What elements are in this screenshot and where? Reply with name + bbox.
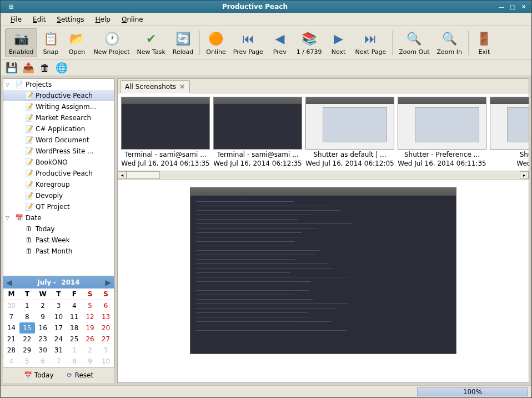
menu-file[interactable]: File [5,14,27,25]
cal-day[interactable]: 18 [67,322,82,334]
cal-day[interactable]: 14 [3,322,19,334]
toolbar-next[interactable]: ▶Next [326,29,352,57]
tree-item-project-2[interactable]: 📝Market Research [3,112,114,123]
toolbar-nextpage[interactable]: ⏭Next Page [352,29,390,57]
toolbar-online[interactable]: 🟠Online [203,29,229,57]
thumbnail-scrollbar[interactable]: ◂ ▸ [118,171,529,180]
tab-all-screenshots[interactable]: All Screenshots ✕ [120,80,190,93]
cal-day[interactable]: 11 [67,311,82,322]
thumbnail-0[interactable]: Terminal - sami@sami ...Wed Jul 16, 2014… [121,97,210,167]
tool-save[interactable]: 💾 [5,61,18,74]
tree-item-date-2[interactable]: 🗓Past Month [3,246,114,257]
cal-day[interactable]: 6 [35,356,51,367]
calendar-year[interactable]: 2014 [61,278,79,286]
cal-day[interactable]: 17 [51,322,66,334]
tree-item-project-6[interactable]: 📝BookONO [3,157,114,168]
toolbar-counter[interactable]: 📚1 / 6739 [293,29,325,57]
cal-day[interactable]: 6 [98,300,114,312]
cal-day[interactable]: 4 [67,300,82,312]
cal-day[interactable]: 4 [3,356,19,367]
cal-day[interactable]: 21 [3,334,19,345]
cal-day[interactable]: 22 [19,334,35,345]
cal-day[interactable]: 28 [3,345,19,356]
menu-edit[interactable]: Edit [27,14,51,25]
cal-day[interactable]: 2 [35,300,51,312]
tree-item-date-1[interactable]: 🗓Past Week [3,235,114,246]
cal-day[interactable]: 7 [51,356,66,367]
thumbnail-4[interactable]: Shutter -Wed Jul 16 [490,97,529,167]
cal-day[interactable]: 5 [19,356,35,367]
toolbar-zoomin[interactable]: 🔍Zoom In [433,29,465,57]
tree-item-project-7[interactable]: 📝Productive Peach [3,168,114,179]
cal-day[interactable]: 29 [19,345,35,356]
cal-day[interactable]: 20 [98,322,114,334]
tool-export[interactable]: 📤 [22,61,35,74]
maximize-icon[interactable]: ▢ [508,2,517,11]
cal-day[interactable]: 27 [98,334,114,345]
tree-toggle-icon[interactable]: ▽ [6,215,12,221]
tool-delete[interactable]: 🗑 [38,61,52,74]
scroll-left-icon[interactable]: ◂ [118,171,127,179]
tree-item-project-9[interactable]: 📝Devoply [3,190,114,201]
cal-day[interactable]: 13 [98,311,114,322]
cal-day[interactable]: 3 [51,300,66,312]
tree-item-date[interactable]: ▽📅Date [3,212,114,223]
menu-settings[interactable]: Settings [51,14,89,25]
cal-day[interactable]: 8 [19,311,35,322]
toolbar-enabled[interactable]: 📷Enabled [5,28,37,57]
toolbar-prev[interactable]: ◀Prev [267,29,293,57]
menu-help[interactable]: Help [90,14,116,25]
thumbnail-3[interactable]: Shutter - Preference ...Wed Jul 16, 2014… [398,97,486,167]
toolbar-zoomout[interactable]: 🔍Zoom Out [395,29,433,57]
cal-day[interactable]: 8 [67,356,82,367]
cal-day[interactable]: 10 [51,311,66,322]
minimize-icon[interactable]: — [497,2,506,11]
tree-item-date-0[interactable]: 🗓Today [3,223,114,235]
tool-globe[interactable]: 🌐 [55,61,68,74]
scroll-handle[interactable] [127,171,160,179]
toolbar-newtask[interactable]: ✔New Task [134,29,169,57]
project-tree[interactable]: ▽📄Projects📝Productive Peach📝Writing Assi… [3,78,114,276]
toolbar-exit[interactable]: 🚪Exit [471,29,497,57]
calendar-reset-button[interactable]: ⟳Reset [64,370,97,381]
cal-day[interactable]: 23 [35,334,51,345]
cal-day[interactable]: 5 [82,300,98,312]
cal-day[interactable]: 30 [3,300,19,312]
preview-image[interactable] [190,187,456,354]
tree-toggle-icon[interactable]: ▽ [6,82,12,87]
cal-day[interactable]: 31 [51,345,66,356]
tree-item-project-0[interactable]: 📝Productive Peach [3,90,114,101]
cal-day[interactable]: 3 [98,345,114,356]
cal-day[interactable]: 1 [19,300,35,312]
thumbnail-1[interactable]: Terminal - sami@sami ...Wed Jul 16, 2014… [213,97,302,167]
cal-day[interactable]: 25 [67,334,82,345]
toolbar-snap[interactable]: 📋Snap [38,29,63,57]
cal-day[interactable]: 9 [35,311,51,322]
cal-day[interactable]: 2 [82,345,98,356]
tree-item-project-3[interactable]: 📝C# Application [3,123,114,135]
cal-day[interactable]: 26 [82,334,98,345]
tree-item-project-10[interactable]: 📝QT Project [3,201,114,212]
calendar-grid[interactable]: MTWTFSS301234567891011121314151617181920… [3,288,114,367]
toolbar-newproject[interactable]: 🕐New Project [90,29,133,57]
cal-day[interactable]: 1 [67,345,82,356]
tree-item-project-8[interactable]: 📝Koregroup [3,179,114,190]
tree-item-project-4[interactable]: 📝Word Document [3,135,114,146]
toolbar-open[interactable]: 📂Open [64,29,89,57]
cal-day[interactable]: 10 [98,356,114,367]
cal-day[interactable]: 15 [19,322,35,334]
tree-item-projects[interactable]: ▽📄Projects [3,79,114,90]
toolbar-prevpage[interactable]: ⏮Prev Page [230,29,267,57]
menu-online[interactable]: Online [116,14,149,25]
calendar-prev-icon[interactable]: ◀ [6,278,12,287]
scroll-right-icon[interactable]: ▸ [520,171,529,179]
cal-day[interactable]: 19 [82,322,98,334]
tree-item-project-5[interactable]: 📝WordPress Site ... [3,146,114,157]
cal-day[interactable]: 12 [82,311,98,322]
calendar-today-button[interactable]: 📅Today [21,370,57,381]
cal-day[interactable]: 7 [3,311,19,322]
tree-item-project-1[interactable]: 📝Writing Assignm... [3,101,114,112]
cal-day[interactable]: 30 [35,345,51,356]
tab-close-icon[interactable]: ✕ [179,83,185,91]
cal-day[interactable]: 9 [82,356,98,367]
